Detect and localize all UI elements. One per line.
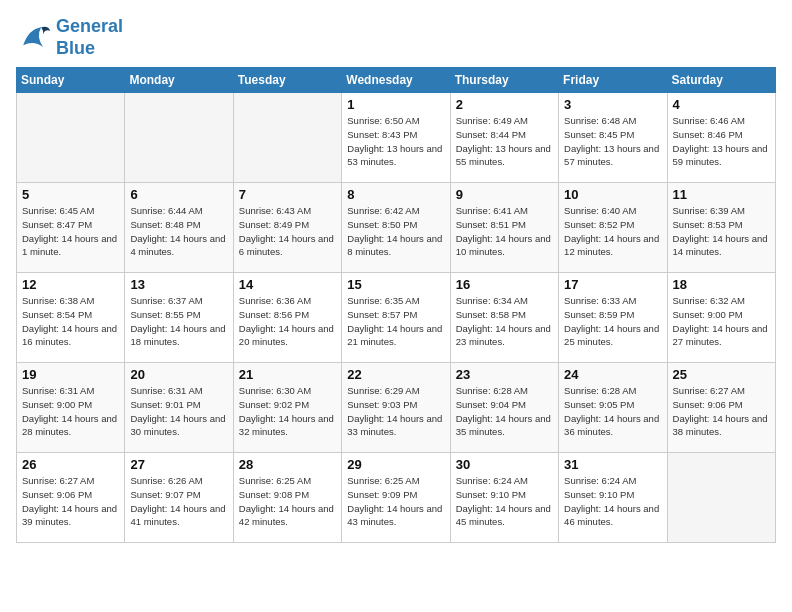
header-sunday: Sunday: [17, 68, 125, 93]
day-info: Sunrise: 6:26 AMSunset: 9:07 PMDaylight:…: [130, 474, 227, 529]
calendar-cell: 14Sunrise: 6:36 AMSunset: 8:56 PMDayligh…: [233, 273, 341, 363]
day-info: Sunrise: 6:49 AMSunset: 8:44 PMDaylight:…: [456, 114, 553, 169]
day-number: 3: [564, 97, 661, 112]
day-info: Sunrise: 6:28 AMSunset: 9:05 PMDaylight:…: [564, 384, 661, 439]
day-info: Sunrise: 6:44 AMSunset: 8:48 PMDaylight:…: [130, 204, 227, 259]
day-number: 11: [673, 187, 770, 202]
calendar-cell: 6Sunrise: 6:44 AMSunset: 8:48 PMDaylight…: [125, 183, 233, 273]
day-info: Sunrise: 6:25 AMSunset: 9:09 PMDaylight:…: [347, 474, 444, 529]
calendar-cell: 8Sunrise: 6:42 AMSunset: 8:50 PMDaylight…: [342, 183, 450, 273]
day-info: Sunrise: 6:46 AMSunset: 8:46 PMDaylight:…: [673, 114, 770, 169]
day-info: Sunrise: 6:36 AMSunset: 8:56 PMDaylight:…: [239, 294, 336, 349]
day-number: 21: [239, 367, 336, 382]
day-number: 31: [564, 457, 661, 472]
calendar-cell: 15Sunrise: 6:35 AMSunset: 8:57 PMDayligh…: [342, 273, 450, 363]
day-info: Sunrise: 6:45 AMSunset: 8:47 PMDaylight:…: [22, 204, 119, 259]
day-info: Sunrise: 6:43 AMSunset: 8:49 PMDaylight:…: [239, 204, 336, 259]
week-row-4: 19Sunrise: 6:31 AMSunset: 9:00 PMDayligh…: [17, 363, 776, 453]
calendar-cell: 7Sunrise: 6:43 AMSunset: 8:49 PMDaylight…: [233, 183, 341, 273]
header-thursday: Thursday: [450, 68, 558, 93]
day-number: 18: [673, 277, 770, 292]
day-number: 19: [22, 367, 119, 382]
day-number: 5: [22, 187, 119, 202]
day-number: 10: [564, 187, 661, 202]
day-number: 1: [347, 97, 444, 112]
calendar-table: SundayMondayTuesdayWednesdayThursdayFrid…: [16, 67, 776, 543]
logo: General Blue: [16, 16, 123, 59]
day-number: 28: [239, 457, 336, 472]
day-info: Sunrise: 6:25 AMSunset: 9:08 PMDaylight:…: [239, 474, 336, 529]
day-info: Sunrise: 6:31 AMSunset: 9:00 PMDaylight:…: [22, 384, 119, 439]
calendar-cell: 18Sunrise: 6:32 AMSunset: 9:00 PMDayligh…: [667, 273, 775, 363]
day-number: 20: [130, 367, 227, 382]
calendar-cell: 19Sunrise: 6:31 AMSunset: 9:00 PMDayligh…: [17, 363, 125, 453]
week-row-3: 12Sunrise: 6:38 AMSunset: 8:54 PMDayligh…: [17, 273, 776, 363]
calendar-cell: 1Sunrise: 6:50 AMSunset: 8:43 PMDaylight…: [342, 93, 450, 183]
calendar-cell: 25Sunrise: 6:27 AMSunset: 9:06 PMDayligh…: [667, 363, 775, 453]
day-info: Sunrise: 6:32 AMSunset: 9:00 PMDaylight:…: [673, 294, 770, 349]
calendar-cell: [667, 453, 775, 543]
day-info: Sunrise: 6:35 AMSunset: 8:57 PMDaylight:…: [347, 294, 444, 349]
day-number: 25: [673, 367, 770, 382]
day-number: 7: [239, 187, 336, 202]
day-number: 6: [130, 187, 227, 202]
week-row-5: 26Sunrise: 6:27 AMSunset: 9:06 PMDayligh…: [17, 453, 776, 543]
day-info: Sunrise: 6:50 AMSunset: 8:43 PMDaylight:…: [347, 114, 444, 169]
day-info: Sunrise: 6:37 AMSunset: 8:55 PMDaylight:…: [130, 294, 227, 349]
day-number: 9: [456, 187, 553, 202]
day-info: Sunrise: 6:31 AMSunset: 9:01 PMDaylight:…: [130, 384, 227, 439]
logo-text: General Blue: [56, 16, 123, 59]
day-info: Sunrise: 6:39 AMSunset: 8:53 PMDaylight:…: [673, 204, 770, 259]
day-info: Sunrise: 6:24 AMSunset: 9:10 PMDaylight:…: [456, 474, 553, 529]
calendar-cell: 24Sunrise: 6:28 AMSunset: 9:05 PMDayligh…: [559, 363, 667, 453]
week-row-2: 5Sunrise: 6:45 AMSunset: 8:47 PMDaylight…: [17, 183, 776, 273]
day-info: Sunrise: 6:24 AMSunset: 9:10 PMDaylight:…: [564, 474, 661, 529]
calendar-cell: 2Sunrise: 6:49 AMSunset: 8:44 PMDaylight…: [450, 93, 558, 183]
calendar-cell: 31Sunrise: 6:24 AMSunset: 9:10 PMDayligh…: [559, 453, 667, 543]
week-row-1: 1Sunrise: 6:50 AMSunset: 8:43 PMDaylight…: [17, 93, 776, 183]
calendar-cell: 26Sunrise: 6:27 AMSunset: 9:06 PMDayligh…: [17, 453, 125, 543]
calendar-cell: 17Sunrise: 6:33 AMSunset: 8:59 PMDayligh…: [559, 273, 667, 363]
header-tuesday: Tuesday: [233, 68, 341, 93]
calendar-cell: 9Sunrise: 6:41 AMSunset: 8:51 PMDaylight…: [450, 183, 558, 273]
calendar-cell: [233, 93, 341, 183]
day-number: 29: [347, 457, 444, 472]
header-friday: Friday: [559, 68, 667, 93]
calendar-cell: [17, 93, 125, 183]
calendar-cell: 10Sunrise: 6:40 AMSunset: 8:52 PMDayligh…: [559, 183, 667, 273]
day-info: Sunrise: 6:42 AMSunset: 8:50 PMDaylight:…: [347, 204, 444, 259]
calendar-cell: 27Sunrise: 6:26 AMSunset: 9:07 PMDayligh…: [125, 453, 233, 543]
header-saturday: Saturday: [667, 68, 775, 93]
day-number: 30: [456, 457, 553, 472]
day-number: 22: [347, 367, 444, 382]
calendar-cell: 13Sunrise: 6:37 AMSunset: 8:55 PMDayligh…: [125, 273, 233, 363]
calendar-cell: 28Sunrise: 6:25 AMSunset: 9:08 PMDayligh…: [233, 453, 341, 543]
day-number: 17: [564, 277, 661, 292]
day-number: 13: [130, 277, 227, 292]
calendar-cell: [125, 93, 233, 183]
page-header: General Blue: [16, 16, 776, 59]
day-number: 12: [22, 277, 119, 292]
day-info: Sunrise: 6:28 AMSunset: 9:04 PMDaylight:…: [456, 384, 553, 439]
calendar-cell: 21Sunrise: 6:30 AMSunset: 9:02 PMDayligh…: [233, 363, 341, 453]
calendar-cell: 16Sunrise: 6:34 AMSunset: 8:58 PMDayligh…: [450, 273, 558, 363]
calendar-cell: 4Sunrise: 6:46 AMSunset: 8:46 PMDaylight…: [667, 93, 775, 183]
calendar-cell: 3Sunrise: 6:48 AMSunset: 8:45 PMDaylight…: [559, 93, 667, 183]
day-info: Sunrise: 6:27 AMSunset: 9:06 PMDaylight:…: [673, 384, 770, 439]
logo-bird-icon: [16, 20, 52, 56]
day-number: 24: [564, 367, 661, 382]
day-number: 14: [239, 277, 336, 292]
calendar-cell: 29Sunrise: 6:25 AMSunset: 9:09 PMDayligh…: [342, 453, 450, 543]
day-info: Sunrise: 6:33 AMSunset: 8:59 PMDaylight:…: [564, 294, 661, 349]
header-wednesday: Wednesday: [342, 68, 450, 93]
day-info: Sunrise: 6:34 AMSunset: 8:58 PMDaylight:…: [456, 294, 553, 349]
calendar-cell: 20Sunrise: 6:31 AMSunset: 9:01 PMDayligh…: [125, 363, 233, 453]
day-info: Sunrise: 6:41 AMSunset: 8:51 PMDaylight:…: [456, 204, 553, 259]
calendar-header-row: SundayMondayTuesdayWednesdayThursdayFrid…: [17, 68, 776, 93]
day-number: 15: [347, 277, 444, 292]
calendar-cell: 22Sunrise: 6:29 AMSunset: 9:03 PMDayligh…: [342, 363, 450, 453]
day-number: 26: [22, 457, 119, 472]
calendar-cell: 5Sunrise: 6:45 AMSunset: 8:47 PMDaylight…: [17, 183, 125, 273]
calendar-cell: 12Sunrise: 6:38 AMSunset: 8:54 PMDayligh…: [17, 273, 125, 363]
calendar-cell: 23Sunrise: 6:28 AMSunset: 9:04 PMDayligh…: [450, 363, 558, 453]
